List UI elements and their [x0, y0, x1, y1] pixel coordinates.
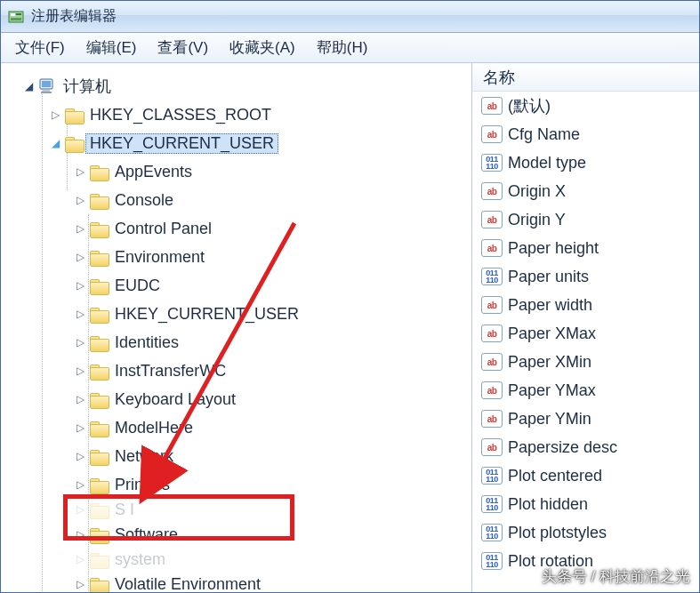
svg-rect-5 — [42, 81, 51, 87]
tree-child[interactable]: ▷S I — [1, 499, 471, 520]
expander-icon[interactable]: ▷ — [74, 578, 86, 590]
tree-label: Keyboard Layout — [115, 390, 236, 409]
tree-child[interactable]: ▷AppEvents — [1, 157, 471, 186]
string-value-icon: ab — [481, 211, 503, 228]
folder-icon — [90, 192, 109, 208]
menu-favorites[interactable]: 收藏夹(A) — [221, 34, 304, 61]
svg-rect-3 — [11, 18, 21, 20]
tree-label: Printers — [115, 476, 170, 494]
value-row[interactable]: ab(默认) — [472, 92, 699, 120]
string-value-icon: ab — [481, 381, 503, 399]
value-row[interactable]: abPaper width — [472, 291, 699, 319]
tree-hkcr[interactable]: ▷ HKEY_CLASSES_ROOT — [1, 100, 471, 129]
tree-panel[interactable]: ◢ 计算机 ▷ HKEY_CLASSES_ROOT ◢ HKEY_CURRENT… — [1, 63, 472, 592]
folder-icon — [90, 164, 109, 180]
expander-icon[interactable]: ▷ — [74, 308, 86, 320]
expander-icon[interactable]: ▷ — [74, 421, 86, 434]
value-row[interactable]: abOrigin X — [472, 177, 699, 205]
tree-child[interactable]: ▷Environment — [1, 243, 471, 271]
value-row[interactable]: abPaper YMax — [472, 376, 699, 405]
menu-file[interactable]: 文件(F) — [6, 34, 74, 61]
tree-child[interactable]: ▷Keyboard Layout — [1, 385, 471, 413]
expander-icon[interactable]: ▷ — [74, 336, 86, 349]
value-name: Paper XMin — [508, 353, 591, 372]
tree-child[interactable]: ▷Identities — [1, 328, 471, 357]
folder-icon — [90, 576, 109, 592]
expander-icon[interactable]: ▷ — [74, 165, 86, 178]
expander-icon[interactable]: ▷ — [74, 553, 86, 565]
expander-icon[interactable]: ▷ — [49, 108, 61, 121]
tree-child[interactable]: ▷ModelHere — [1, 413, 471, 442]
value-row[interactable]: 011 110Plot hidden — [472, 490, 699, 518]
tree-label: Software — [115, 525, 178, 544]
expander-icon[interactable]: ▷ — [74, 222, 86, 235]
value-name: Papersize desc — [508, 438, 617, 457]
svg-rect-7 — [41, 92, 52, 93]
tree-child[interactable]: ▷Volatile Environment — [1, 570, 471, 592]
folder-icon — [90, 477, 109, 493]
string-value-icon: ab — [481, 125, 503, 143]
tree-label: Identities — [115, 333, 179, 352]
tree-label: HKEY_CLASSES_ROOT — [90, 106, 271, 124]
tree-label: AppEvents — [115, 163, 192, 181]
value-row[interactable]: abCfg Name — [472, 120, 699, 148]
expander-icon[interactable]: ▷ — [74, 528, 86, 541]
tree-label: EUDC — [115, 276, 160, 295]
svg-rect-2 — [16, 13, 21, 15]
folder-icon — [90, 334, 109, 350]
folder-icon — [90, 306, 109, 322]
expander-icon[interactable]: ▷ — [74, 279, 86, 292]
menu-help[interactable]: 帮助(H) — [308, 34, 377, 61]
value-row[interactable]: 011 110Plot plotstyles — [472, 518, 699, 547]
value-name: Paper height — [508, 239, 599, 258]
expander-icon[interactable]: ▷ — [74, 365, 86, 377]
string-value-icon: ab — [481, 239, 503, 257]
tree-hkcu[interactable]: ◢ HKEY_CURRENT_USER — [1, 129, 471, 157]
expander-icon[interactable]: ◢ — [22, 80, 35, 92]
value-row[interactable]: abPaper YMin — [472, 405, 699, 433]
expander-icon[interactable]: ◢ — [49, 137, 61, 149]
tree-child[interactable]: ▷system — [1, 549, 471, 570]
titlebar: 注册表编辑器 — [1, 1, 699, 33]
expander-icon[interactable]: ▷ — [74, 251, 86, 263]
value-name: Paper width — [508, 296, 592, 315]
tree-label: 计算机 — [63, 76, 111, 97]
expander-icon[interactable]: ▷ — [74, 478, 86, 491]
value-name: Paper YMin — [508, 410, 591, 429]
folder-icon — [90, 551, 109, 567]
expander-icon[interactable]: ▷ — [74, 194, 86, 206]
tree-child[interactable]: ▷Network — [1, 442, 471, 470]
tree-root[interactable]: ◢ 计算机 — [1, 72, 471, 100]
tree-label: Volatile Environment — [115, 575, 261, 593]
value-row[interactable]: abOrigin Y — [472, 205, 699, 234]
tree-child[interactable]: ▷Console — [1, 186, 471, 214]
value-row[interactable]: abPapersize desc — [472, 433, 699, 461]
menu-view[interactable]: 查看(V) — [149, 34, 217, 61]
expander-icon[interactable]: ▷ — [74, 450, 86, 462]
tree-child[interactable]: ▷InstTransferWC — [1, 357, 471, 385]
tree-child[interactable]: ▷Printers — [1, 470, 471, 499]
tree-label: Network — [115, 447, 173, 466]
expander-icon[interactable]: ▷ — [74, 503, 86, 516]
string-value-icon: ab — [481, 438, 503, 456]
value-row[interactable]: 011 110Plot rotation — [472, 547, 699, 575]
value-row[interactable]: abPaper height — [472, 234, 699, 262]
value-row[interactable]: abPaper XMax — [472, 319, 699, 348]
tree-child[interactable]: ▷EUDC — [1, 271, 471, 300]
column-header-name[interactable]: 名称 — [472, 63, 699, 92]
value-row[interactable]: 011 110Plot centered — [472, 461, 699, 490]
expander-icon[interactable]: ▷ — [74, 393, 86, 405]
value-row[interactable]: abPaper XMin — [472, 348, 699, 376]
tree-child[interactable]: ▷Control Panel — [1, 214, 471, 243]
folder-icon — [90, 363, 109, 379]
value-row[interactable]: 011 110Model type — [472, 148, 699, 177]
string-value-icon: ab — [481, 410, 503, 428]
value-row[interactable]: 011 110Paper units — [472, 262, 699, 291]
values-panel[interactable]: 名称 ab(默认)abCfg Name011 110Model typeabOr… — [472, 63, 699, 592]
tree-label: HKEY_CURRENT_USER — [115, 305, 299, 324]
folder-icon — [90, 448, 109, 464]
tree-child[interactable]: ▷Software — [1, 520, 471, 549]
dword-value-icon: 011 110 — [481, 154, 503, 172]
tree-child[interactable]: ▷HKEY_CURRENT_USER — [1, 300, 471, 328]
menu-edit[interactable]: 编辑(E) — [77, 34, 146, 61]
